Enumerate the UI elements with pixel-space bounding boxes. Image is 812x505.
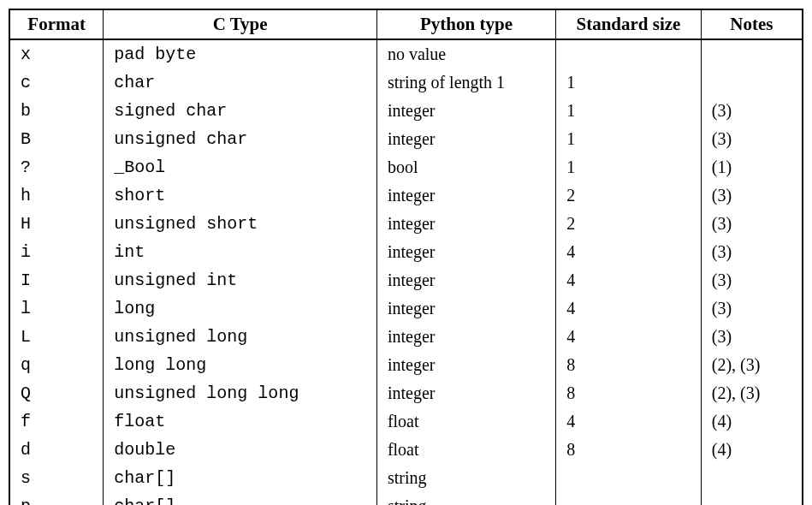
cell-format: l xyxy=(9,294,104,323)
cell-ctype: signed char xyxy=(104,97,377,125)
cell-pytype: integer xyxy=(376,210,555,238)
cell-size xyxy=(556,464,702,492)
table-row: pchar[]string xyxy=(9,492,803,505)
table-row: ?_Boolbool1(1) xyxy=(9,153,803,181)
cell-ctype: unsigned int xyxy=(104,266,377,294)
table-row: Qunsigned long longinteger8(2), (3) xyxy=(9,379,803,407)
cell-format: ? xyxy=(9,153,104,181)
cell-ctype: unsigned long xyxy=(104,323,377,351)
cell-ctype: short xyxy=(104,181,377,210)
table-row: iintinteger4(3) xyxy=(9,238,803,266)
cell-notes xyxy=(701,68,803,97)
cell-size: 4 xyxy=(556,323,702,351)
cell-format: B xyxy=(9,125,104,153)
cell-notes: (4) xyxy=(701,407,803,436)
cell-format: i xyxy=(9,238,104,266)
header-size: Standard size xyxy=(556,9,702,39)
cell-notes: (1) xyxy=(701,153,803,181)
cell-ctype: float xyxy=(104,407,377,436)
table-row: ddoublefloat8(4) xyxy=(9,436,803,464)
table-row: bsigned charinteger1(3) xyxy=(9,97,803,125)
cell-format: Q xyxy=(9,379,104,407)
cell-size: 8 xyxy=(556,379,702,407)
cell-notes: (3) xyxy=(701,181,803,210)
cell-ctype: _Bool xyxy=(104,153,377,181)
cell-notes: (3) xyxy=(701,323,803,351)
table-row: ffloatfloat4(4) xyxy=(9,407,803,436)
cell-notes: (3) xyxy=(701,125,803,153)
cell-pytype: integer xyxy=(376,238,555,266)
cell-notes: (3) xyxy=(701,210,803,238)
cell-pytype: integer xyxy=(376,97,555,125)
cell-pytype: integer xyxy=(376,379,555,407)
cell-ctype: char xyxy=(104,68,377,97)
table-body: xpad byteno valueccharstring of length 1… xyxy=(9,39,803,505)
cell-notes: (2), (3) xyxy=(701,351,803,379)
cell-format: p xyxy=(9,492,104,505)
cell-pytype: integer xyxy=(376,266,555,294)
cell-notes: (3) xyxy=(701,294,803,323)
cell-size: 4 xyxy=(556,294,702,323)
cell-ctype: long xyxy=(104,294,377,323)
table-row: xpad byteno value xyxy=(9,39,803,68)
cell-size: 8 xyxy=(556,351,702,379)
cell-ctype: unsigned short xyxy=(104,210,377,238)
cell-notes: (3) xyxy=(701,238,803,266)
header-pytype: Python type xyxy=(376,9,555,39)
cell-pytype: integer xyxy=(376,323,555,351)
cell-format: x xyxy=(9,39,104,68)
cell-size: 4 xyxy=(556,266,702,294)
cell-pytype: float xyxy=(376,436,555,464)
cell-notes xyxy=(701,464,803,492)
cell-pytype: integer xyxy=(376,294,555,323)
table-row: hshortinteger2(3) xyxy=(9,181,803,210)
cell-pytype: string xyxy=(376,492,555,505)
table-row: llonginteger4(3) xyxy=(9,294,803,323)
table-row: Hunsigned shortinteger2(3) xyxy=(9,210,803,238)
cell-size xyxy=(556,492,702,505)
table-row: qlong longinteger8(2), (3) xyxy=(9,351,803,379)
cell-format: I xyxy=(9,266,104,294)
cell-pytype: string xyxy=(376,464,555,492)
cell-size: 4 xyxy=(556,238,702,266)
cell-ctype: char[] xyxy=(104,492,377,505)
cell-format: L xyxy=(9,323,104,351)
cell-size xyxy=(556,39,702,68)
cell-notes: (3) xyxy=(701,266,803,294)
cell-ctype: char[] xyxy=(104,464,377,492)
table-header-row: Format C Type Python type Standard size … xyxy=(9,9,803,39)
cell-notes xyxy=(701,39,803,68)
cell-pytype: integer xyxy=(376,351,555,379)
cell-format: b xyxy=(9,97,104,125)
cell-ctype: int xyxy=(104,238,377,266)
cell-size: 2 xyxy=(556,210,702,238)
cell-ctype: long long xyxy=(104,351,377,379)
cell-size: 2 xyxy=(556,181,702,210)
cell-format: h xyxy=(9,181,104,210)
cell-notes: (2), (3) xyxy=(701,379,803,407)
cell-pytype: bool xyxy=(376,153,555,181)
table-row: ccharstring of length 11 xyxy=(9,68,803,97)
cell-size: 1 xyxy=(556,68,702,97)
cell-format: c xyxy=(9,68,104,97)
cell-notes: (3) xyxy=(701,97,803,125)
cell-ctype: unsigned char xyxy=(104,125,377,153)
cell-ctype: unsigned long long xyxy=(104,379,377,407)
cell-format: q xyxy=(9,351,104,379)
cell-size: 4 xyxy=(556,407,702,436)
cell-pytype: string of length 1 xyxy=(376,68,555,97)
header-ctype: C Type xyxy=(104,9,377,39)
cell-pytype: integer xyxy=(376,181,555,210)
cell-ctype: pad byte xyxy=(104,39,377,68)
cell-size: 1 xyxy=(556,97,702,125)
table-row: Bunsigned charinteger1(3) xyxy=(9,125,803,153)
cell-pytype: no value xyxy=(376,39,555,68)
header-notes: Notes xyxy=(701,9,803,39)
cell-size: 1 xyxy=(556,125,702,153)
cell-pytype: float xyxy=(376,407,555,436)
cell-notes xyxy=(701,492,803,505)
struct-format-table: Format C Type Python type Standard size … xyxy=(9,9,803,505)
header-format: Format xyxy=(9,9,104,39)
cell-format: s xyxy=(9,464,104,492)
cell-format: H xyxy=(9,210,104,238)
